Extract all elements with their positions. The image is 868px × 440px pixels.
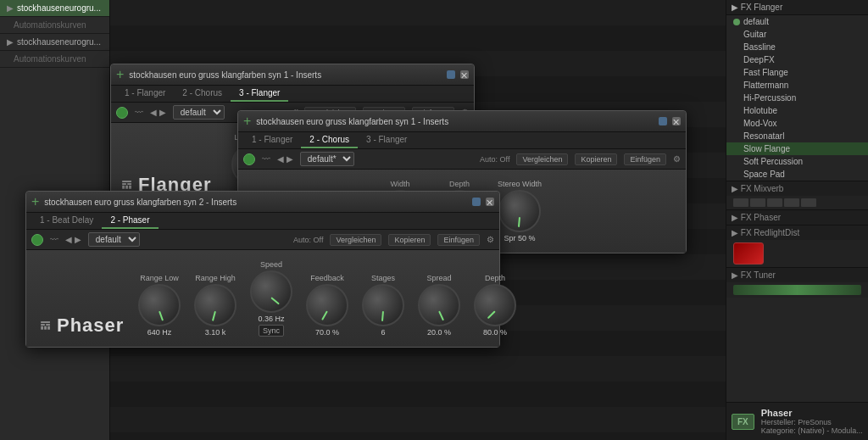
phaser-tab-2[interactable]: 2 - Phaser [102, 213, 158, 229]
phaser-copy-button[interactable]: Kopieren [388, 234, 431, 246]
track-automation-item[interactable]: Automationskurven [0, 17, 109, 34]
phaser-wavy-icon: 〰 [50, 235, 58, 244]
fx-category-tuner[interactable]: ▶ FX Tuner [726, 267, 868, 282]
phaser-preset-select[interactable]: default [88, 232, 140, 247]
phaser-feedback-group: Feedback 70.0 % [306, 274, 348, 337]
fx-browser-header: ▶ FX Flanger [726, 0, 868, 15]
fx-item-default[interactable]: default [726, 15, 868, 28]
phaser-titlebar: + stockhausen euro gruss klangfarben syn… [26, 192, 499, 213]
phaser-compare-button[interactable]: Vergleichen [330, 234, 381, 246]
fx-item-spacepad[interactable]: Space Pad [726, 168, 868, 181]
flanger-preset-select[interactable]: default [173, 105, 225, 120]
phaser-toolbar: 〰 ◀ ▶ default Auto: Off Vergleichen Kopi… [26, 230, 499, 250]
chorus-gear-icon[interactable]: ⚙ [673, 154, 681, 164]
chorus-stereo-width-knob[interactable] [498, 190, 541, 232]
phaser-spread-knob[interactable] [418, 284, 460, 326]
phaser-feedback-knob[interactable] [306, 284, 348, 326]
fx-info-text: Phaser Hersteller: PreSonus Kategorie: (… [761, 408, 863, 435]
flanger-title: stockhausen euro gruss klangfarben syn 1… [129, 70, 442, 80]
tuner-row [726, 282, 868, 298]
phaser-range-high-knob[interactable] [194, 284, 236, 326]
fx-browser: ▶ FX Flanger default Guitar Bassline Dee… [726, 0, 868, 440]
chorus-pin-button[interactable] [659, 117, 667, 125]
redlight-thumb-row [726, 240, 868, 267]
track-item[interactable]: ▶stockhauseneurogru... [0, 0, 109, 17]
fx-item-resonatarl[interactable]: Resonatarl [726, 130, 868, 142]
phaser-add-icon[interactable]: + [31, 194, 39, 209]
phaser-close-button[interactable]: ✕ [486, 198, 494, 206]
flanger-tabs: 1 - Flanger 2 - Chorus 3 - Flanger [111, 86, 474, 103]
fx-label-badge: FX [732, 414, 754, 430]
track-item-2[interactable]: ▶stockhauseneurogru... [0, 34, 109, 51]
phaser-plugin-name: 𝌗 Phaser [40, 315, 142, 337]
phaser-body: 𝌗 Phaser Range Low 640 Hz Range High 3.1… [26, 250, 499, 347]
phaser-speed-knob[interactable] [250, 270, 292, 313]
fx-item-deepfx[interactable]: DeepFX [726, 53, 868, 66]
fx-item-bassline[interactable]: Bassline [726, 41, 868, 53]
fx-item-slow-flange[interactable]: Slow Flange [726, 142, 868, 155]
flanger-power-button[interactable] [116, 107, 128, 119]
chorus-add-icon[interactable]: + [243, 114, 251, 129]
redlight-thumbnail [733, 242, 764, 265]
chorus-tab-2[interactable]: 2 - Chorus [301, 132, 358, 148]
fx-category-mixverb[interactable]: ▶ FX Mixverb [726, 181, 868, 196]
fx-item-holotube[interactable]: Holotube [726, 104, 868, 117]
flanger-tab-3[interactable]: 3 - Flanger [231, 86, 288, 102]
phaser-sync-button[interactable]: Sync [259, 325, 284, 337]
chorus-compare-button[interactable]: Vergleichen [516, 153, 568, 165]
flanger-close-button[interactable]: ✕ [460, 70, 469, 79]
flanger-tab-1[interactable]: 1 - Flanger [116, 86, 174, 102]
phaser-paste-button[interactable]: Einfügen [437, 234, 480, 246]
chorus-stereo-width-group: Stereo Width Spr 50 % [498, 180, 542, 242]
fx-item-hi-perc[interactable]: Hi-Percussion [726, 92, 868, 104]
fx-plugin-name: Phaser [761, 408, 863, 418]
phaser-stages-group: Stages 6 [362, 274, 404, 337]
phaser-title: stockhausen euro gruss klangfarben syn 2… [44, 198, 467, 207]
fx-item-flattermann[interactable]: Flattermann [726, 79, 868, 92]
tuner-visual [733, 285, 861, 295]
fx-item-modvox[interactable]: Mod-Vox [726, 117, 868, 130]
flanger-pin-button[interactable] [447, 70, 455, 79]
chorus-close-button[interactable]: ✕ [672, 117, 681, 125]
phaser-pin-button[interactable] [472, 198, 481, 206]
phaser-tab-1[interactable]: 1 - Beat Delay [31, 213, 102, 229]
phaser-range-low-knob[interactable] [138, 284, 181, 326]
phaser-tabs: 1 - Beat Delay 2 - Phaser [26, 213, 499, 230]
phaser-stages-knob[interactable] [362, 284, 404, 326]
chorus-copy-button[interactable]: Kopieren [575, 153, 617, 165]
fx-manufacturer: Hersteller: PreSonus [761, 418, 863, 426]
flanger-titlebar: + stockhausen euro gruss klangfarben syn… [111, 64, 474, 86]
phaser-depth-knob[interactable] [474, 284, 516, 326]
fx-info-panel: FX Phaser Hersteller: PreSonus Kategorie… [726, 402, 868, 440]
fx-info-row: FX Phaser Hersteller: PreSonus Kategorie… [732, 408, 863, 435]
flanger-add-icon[interactable]: + [116, 67, 124, 82]
flanger-nav-icon: ◀ ▶ [150, 108, 166, 117]
flanger-tab-2[interactable]: 2 - Chorus [174, 86, 231, 102]
phaser-depth-group: Depth 80.0 % [474, 274, 516, 337]
fx-item-soft-perc[interactable]: Soft Percussion [726, 155, 868, 168]
chorus-nav-icon: ◀ ▶ [277, 154, 293, 164]
fx-item-fastflange[interactable]: Fast Flange [726, 66, 868, 79]
chorus-tab-3[interactable]: 3 - Flanger [358, 132, 415, 148]
fx-item-guitar[interactable]: Guitar [726, 28, 868, 41]
phaser-plugin-window: + stockhausen euro gruss klangfarben syn… [25, 191, 500, 348]
fx-category-redlight[interactable]: ▶ FX RedlightDist [726, 225, 868, 240]
chorus-titlebar: + stockhausen euro gruss klangfarben syn… [238, 111, 686, 132]
fx-category-phaser[interactable]: ▶ FX Phaser [726, 209, 868, 225]
chorus-tab-1[interactable]: 1 - Flanger [243, 132, 301, 148]
phaser-nav-icon: ◀ ▶ [65, 235, 81, 244]
phaser-power-button[interactable] [31, 234, 43, 246]
chorus-power-button[interactable] [243, 153, 255, 165]
phaser-spread-group: Spread 20.0 % [418, 274, 460, 337]
fx-category: Kategorie: (Native) - Modula... [761, 426, 863, 435]
mixverb-items [726, 196, 868, 209]
fx-dot-icon [733, 19, 740, 25]
flanger-wavy-icon: 〰 [135, 108, 143, 117]
chorus-title: stockhausen euro gruss klangfarben syn 1… [256, 117, 654, 126]
chorus-preset-select[interactable]: default* [300, 152, 354, 166]
track-automation-item-2[interactable]: Automationskurven [0, 51, 109, 68]
phaser-gear-icon[interactable]: ⚙ [487, 235, 494, 244]
phaser-range-high-group: Range High 3.10 k [194, 274, 236, 337]
chorus-tabs: 1 - Flanger 2 - Chorus 3 - Flanger [238, 132, 686, 149]
chorus-paste-button[interactable]: Einfügen [624, 153, 666, 165]
